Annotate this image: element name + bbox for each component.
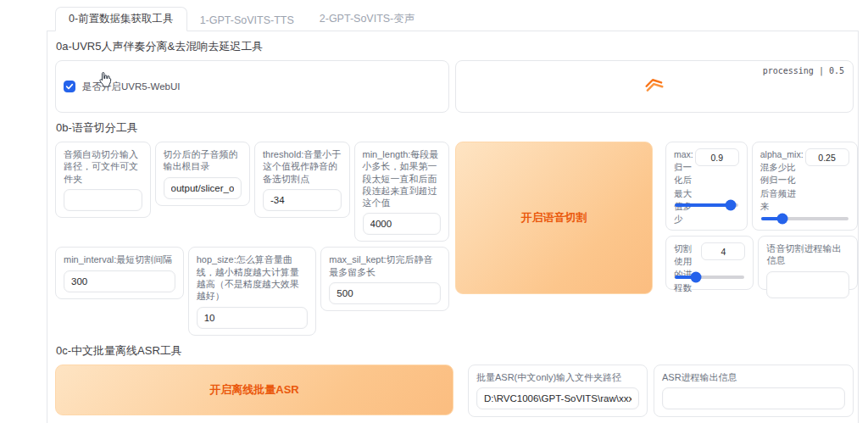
uvr5-checkbox-group: 是否开启UVR5-WebUI — [55, 60, 449, 113]
field-hop-size-label: hop_size:怎么算音量曲线，越小精度越大计算量越高（不是精度越大效果越好） — [197, 253, 309, 302]
section-title-0a: 0a-UVR5人声伴奏分离&去混响去延迟工具 — [56, 39, 853, 54]
field-min-interval: min_interval:最短切割间隔 — [55, 247, 184, 298]
slider-n-process-group: 切割使用的进程数 — [665, 236, 754, 290]
asr-info-group: ASR进程输出信息 — [654, 365, 854, 417]
slicer-fields-column: 音频自动切分输入路径，可文件可文件夹 切分后的子音频的输出根目录 thresho… — [55, 142, 449, 336]
max-slider[interactable] — [675, 203, 738, 207]
max-slider-handle[interactable] — [725, 200, 736, 211]
row-0c: 开启离线批量ASR 批量ASR(中文only)输入文件夹路径 ASR进程输出信息 — [55, 365, 854, 417]
main-area: 0-前置数据集获取工具 1-GPT-SoVITS-TTS 2-GPT-SoVIT… — [47, 8, 859, 423]
field-slice-opt-dir-label: 切分后的子音频的输出根目录 — [164, 148, 242, 173]
slice-info-group: 语音切割进程输出信息 — [758, 236, 857, 290]
field-threshold: threshold:音量小于这个值视作静音的备选切割点 — [254, 142, 350, 218]
hop-size-field[interactable] — [197, 307, 309, 329]
open-slicer-button[interactable]: 开启语音切割 — [455, 142, 653, 294]
tab-gpt-sovits-tts[interactable]: 1-GPT-SoVITS-TTS — [187, 10, 307, 31]
field-slice-input-label: 音频自动切分输入路径，可文件可文件夹 — [64, 148, 142, 185]
row-0b: 音频自动切分输入路径，可文件可文件夹 切分后的子音频的输出根目录 thresho… — [55, 142, 854, 336]
section-title-0b: 0b-语音切分工具 — [56, 120, 853, 136]
tab-panel-dataset-tools: 0a-UVR5人声伴奏分离&去混响去延迟工具 是否开启UVR5-WebUI pr… — [47, 31, 859, 423]
slice-info-label: 语音切割进程输出信息 — [766, 242, 849, 267]
asr-input-path-field[interactable] — [476, 387, 639, 409]
field-slice-opt-dir: 切分后的子音频的输出根目录 — [155, 142, 251, 206]
tab-bar: 0-前置数据集获取工具 1-GPT-SoVITS-TTS 2-GPT-SoVIT… — [47, 8, 859, 31]
uvr5-webui-checkbox[interactable] — [64, 81, 75, 92]
tab-gpt-sovits-vc[interactable]: 2-GPT-SoVITS-变声 — [307, 8, 428, 31]
open-asr-button[interactable]: 开启离线批量ASR — [55, 365, 453, 415]
sliders-row-1: max:归一化后最大值多少 alpha_mix:混多少比例归一化后音频进来 — [665, 142, 858, 231]
tab-dataset-tools[interactable]: 0-前置数据集获取工具 — [55, 7, 187, 31]
max-slider-fill — [675, 203, 731, 207]
max-value-input[interactable] — [695, 148, 739, 166]
asr-input-label: 批量ASR(中文only)输入文件夹路径 — [476, 371, 639, 383]
uvr5-status-panel: processing | 0.5 — [455, 60, 854, 113]
field-slice-input: 音频自动切分输入路径，可文件可文件夹 — [55, 142, 151, 218]
gradio-loading-icon — [642, 74, 666, 98]
alpha-mix-slider[interactable] — [761, 217, 849, 220]
uvr5-checkbox-row[interactable]: 是否开启UVR5-WebUI — [64, 81, 180, 93]
check-icon — [65, 82, 74, 91]
n-process-slider-handle[interactable] — [690, 272, 701, 283]
max-sil-kept-field[interactable] — [329, 282, 441, 304]
gpt-sovits-webui-page: 0-前置数据集获取工具 1-GPT-SoVITS-TTS 2-GPT-SoVIT… — [0, 0, 868, 423]
uvr5-checkbox-label: 是否开启UVR5-WebUI — [82, 81, 180, 93]
n-process-slider[interactable] — [675, 276, 744, 279]
slider-alpha-mix-group: alpha_mix:混多少比例归一化后音频进来 — [752, 142, 858, 231]
field-min-interval-label: min_interval:最短切割间隔 — [64, 253, 175, 265]
slicer-fields-row-1: 音频自动切分输入路径，可文件可文件夹 切分后的子音频的输出根目录 thresho… — [55, 142, 449, 242]
slice-info-output[interactable] — [766, 271, 849, 298]
asr-input-group: 批量ASR(中文only)输入文件夹路径 — [468, 365, 648, 417]
slice-output-dir-field[interactable] — [164, 177, 242, 199]
slider-max-group: max:归一化后最大值多少 — [665, 142, 748, 231]
asr-info-output[interactable] — [662, 387, 845, 409]
slicer-fields-row-2: min_interval:最短切割间隔 hop_size:怎么算音量曲线，越小精… — [55, 247, 449, 335]
field-max-sil-kept: max_sil_kept:切完后静音最多留多长 — [320, 247, 449, 311]
field-min-length: min_length:每段最小多长，如果第一段太短一直和后面段连起来直到超过这个… — [354, 142, 450, 242]
row-0a: 是否开启UVR5-WebUI processing | 0.5 — [55, 60, 854, 113]
slicer-sliders-column: max:归一化后最大值多少 alpha_mix:混多少比例归一化后音频进来 — [665, 142, 858, 290]
min-interval-field[interactable] — [64, 270, 175, 292]
section-title-0c: 0c-中文批量离线ASR工具 — [56, 343, 853, 359]
field-min-length-label: min_length:每段最小多长，如果第一段太短一直和后面段连起来直到超过这个… — [363, 148, 442, 209]
field-hop-size: hop_size:怎么算音量曲线，越小精度越大计算量越高（不是精度越大效果越好） — [188, 247, 317, 335]
alpha-mix-slider-handle[interactable] — [777, 214, 788, 225]
slice-input-path-field[interactable] — [64, 189, 142, 211]
n-process-value-input[interactable] — [701, 242, 745, 260]
field-threshold-label: threshold:音量小于这个值视作静音的备选切割点 — [263, 148, 342, 185]
sliders-row-2: 切割使用的进程数 语音切割进程输出信息 — [665, 236, 858, 290]
asr-info-label: ASR进程输出信息 — [662, 371, 845, 383]
field-max-sil-kept-label: max_sil_kept:切完后静音最多留多长 — [329, 253, 441, 278]
min-length-field[interactable] — [363, 213, 442, 235]
processing-status-text: processing | 0.5 — [763, 66, 844, 75]
alpha-mix-value-input[interactable] — [805, 148, 849, 166]
threshold-field[interactable] — [263, 189, 342, 211]
